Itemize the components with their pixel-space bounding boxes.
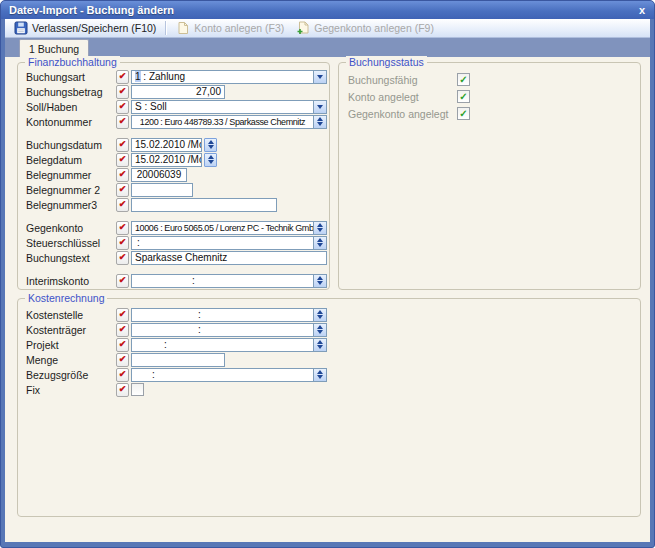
validate-icon[interactable]: ✔ [116,183,129,197]
validate-icon[interactable]: ✔ [116,383,129,397]
projekt-combobox[interactable]: : [131,338,327,352]
red-check-glyph: ✔ [119,170,127,179]
soll-haben-combobox[interactable]: S : Soll [131,100,327,114]
spinner-button-buchungsdatum[interactable] [204,138,217,152]
validate-icon[interactable]: ✔ [116,274,129,288]
group-finanzbuchhaltung: Finanzbuchhaltung Buchungsart✔1 : Zahlun… [17,62,330,290]
gegenkonto-angelegt-label: Gegenkonto angelegt [348,108,457,120]
save-exit-label: Verlassen/Speichern (F10) [32,22,156,34]
validate-icon[interactable]: ✔ [116,100,129,114]
buchungsbetrag-label: Buchungsbetrag [26,86,116,98]
field-row-bezugsgroesse: Bezugsgröße✔: [18,367,640,382]
validate-icon[interactable]: ✔ [116,368,129,382]
red-check-glyph: ✔ [119,117,127,126]
spinner-button-projekt[interactable] [313,339,326,351]
belegnummer2-input[interactable] [131,183,193,197]
spinner-button-belegdatum[interactable] [204,153,217,167]
gegenkonto-angelegt-checkbox[interactable]: ✓ [457,107,470,120]
dropdown-button-buchungsart[interactable] [313,71,326,83]
belegnummer3-input[interactable] [131,198,277,212]
spinner-button-gegenkonto[interactable] [313,222,326,234]
arrow-down-icon [317,315,323,319]
arrow-down-icon [317,375,323,379]
validate-icon[interactable]: ✔ [116,153,129,167]
status-row-buchungsfaehig: Buchungsfähig✓ [339,71,640,88]
red-check-glyph: ✔ [119,385,127,394]
arrow-up-icon [317,310,323,314]
projekt-value: : [132,339,313,351]
steuerschluessel-combobox[interactable]: : [131,236,327,250]
steuerschluessel-label: Steuerschlüssel [26,237,116,249]
buchungsart-combobox[interactable]: 1 : Zahlung [131,70,327,84]
validate-icon[interactable]: ✔ [116,115,129,129]
buchungstext-input[interactable]: Sparkasse Chemnitz [131,251,327,265]
red-check-glyph: ✔ [119,370,127,379]
field-row-buchungsart: Buchungsart✔1 : Zahlung [18,69,329,84]
red-check-glyph: ✔ [119,340,127,349]
field-row-soll-haben: Soll/Haben✔S : Soll [18,99,329,114]
validate-icon[interactable]: ✔ [116,221,129,235]
validate-icon[interactable]: ✔ [116,353,129,367]
validate-icon[interactable]: ✔ [116,323,129,337]
create-gegenkonto-button[interactable]: Gegenkonto anlegen (F9) [290,19,440,37]
status-row-gegenkonto-angelegt: Gegenkonto angelegt✓ [339,105,640,122]
interimskonto-label: Interimskonto [26,275,116,287]
spinner-button-kostentraeger[interactable] [313,324,326,336]
red-check-glyph: ✔ [119,223,127,232]
interimskonto-combobox[interactable]: : [131,274,327,288]
spinner-button-kostenstelle[interactable] [313,309,326,321]
spinner-button-interimskonto[interactable] [313,275,326,287]
buchungsdatum-value: 15.02.2010 /Mo [132,139,201,151]
save-exit-button[interactable]: Verlassen/Speichern (F10) [8,19,162,37]
gegenkonto-combobox[interactable]: 10006 : Euro 5065.05 / Lorenz PC - Techn… [131,221,327,235]
gegenkonto-value: 10006 : Euro 5065.05 / Lorenz PC - Techn… [132,222,313,234]
kostentraeger-combobox[interactable]: : [131,323,327,337]
selected-text: 1 [135,71,141,82]
create-konto-button[interactable]: Konto anlegen (F3) [170,19,290,37]
field-row-buchungsdatum: Buchungsdatum✔15.02.2010 /Mo [18,137,329,152]
validate-icon[interactable]: ✔ [116,251,129,265]
validate-icon[interactable]: ✔ [116,338,129,352]
spinner-button-steuerschluessel[interactable] [313,237,326,249]
group-kostenrechnung-title: Kostenrechnung [25,292,107,304]
belegdatum-input[interactable]: 15.02.2010 /Mo [131,153,202,167]
buchungsbetrag-input[interactable]: 27,00 [131,85,225,99]
kostenstelle-value: : [132,309,313,321]
spinner-button-bezugsgroesse[interactable] [313,369,326,381]
datev-import-dialog: Datev-Import - Buchung ändern x Verlasse… [0,0,655,548]
create-konto-label: Konto anlegen (F3) [194,22,284,34]
arrow-up-icon [317,238,323,242]
validate-icon[interactable]: ✔ [116,198,129,212]
bezugsgroesse-value: : [132,369,313,381]
tab-1-buchung[interactable]: 1 Buchung [19,39,89,57]
buchungsdatum-input[interactable]: 15.02.2010 /Mo [131,138,202,152]
belegnummer-input[interactable]: 20006039 [131,168,187,182]
validate-icon[interactable]: ✔ [116,138,129,152]
kontonummer-combobox[interactable]: 1200 : Euro 448789.33 / Sparkasse Chemni… [131,115,327,129]
save-icon [14,21,28,35]
validate-icon[interactable]: ✔ [116,308,129,322]
bezugsgroesse-combobox[interactable]: : [131,368,327,382]
dialog-body: Verlassen/Speichern (F10) Konto anlegen … [5,19,650,542]
buchungstext-label: Buchungstext [26,252,116,264]
group-finanzbuchhaltung-title: Finanzbuchhaltung [25,56,120,68]
konto-angelegt-checkbox[interactable]: ✓ [457,90,470,103]
buchungsfaehig-checkbox[interactable]: ✓ [457,73,470,86]
validate-icon[interactable]: ✔ [116,70,129,84]
red-check-glyph: ✔ [119,355,127,364]
spinner-button-kontonummer[interactable] [313,116,326,128]
validate-icon[interactable]: ✔ [116,85,129,99]
validate-icon[interactable]: ✔ [116,236,129,250]
close-icon[interactable]: x [639,5,645,16]
validate-icon[interactable]: ✔ [116,168,129,182]
arrow-down-icon [208,160,214,164]
arrow-up-icon [317,370,323,374]
fix-label: Fix [26,384,116,396]
dropdown-button-soll-haben[interactable] [313,101,326,113]
kostenstelle-combobox[interactable]: : [131,308,327,322]
title-bar[interactable]: Datev-Import - Buchung ändern x [1,1,654,19]
menge-input[interactable] [131,353,225,367]
fix-checkbox[interactable] [131,383,144,396]
projekt-label: Projekt [26,339,116,351]
kontonummer-value: 1200 : Euro 448789.33 / Sparkasse Chemni… [132,116,313,128]
